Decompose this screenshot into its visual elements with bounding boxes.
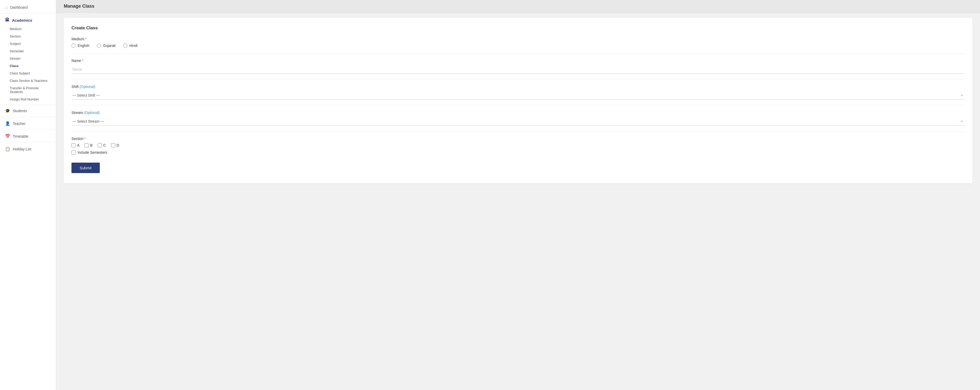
sidebar-item-semester[interactable]: Semester bbox=[0, 48, 56, 55]
checkbox-section-b[interactable] bbox=[84, 143, 89, 147]
name-required: * bbox=[81, 59, 83, 63]
sidebar-item-stream[interactable]: Stream bbox=[0, 55, 56, 62]
checkbox-section-a[interactable] bbox=[72, 143, 76, 147]
divider2 bbox=[0, 104, 56, 105]
sidebar-item-class-section-teachers[interactable]: Class Section & Teachers bbox=[0, 77, 56, 84]
sidebar-item-transfer-promote[interactable]: Transfer & Promote Students bbox=[0, 84, 56, 95]
radio-english[interactable] bbox=[72, 44, 76, 48]
home-icon: ⌂ bbox=[5, 5, 8, 10]
checkbox-item-d[interactable]: D bbox=[111, 143, 119, 147]
separator3 bbox=[72, 105, 965, 106]
stream-select-wrapper: --- Select Stream --- ▾ bbox=[72, 117, 965, 126]
separator4 bbox=[72, 131, 965, 132]
include-semesters-row: Include Semesters bbox=[72, 151, 965, 154]
section-b-label[interactable]: B bbox=[90, 143, 92, 147]
section-a-label[interactable]: A bbox=[77, 143, 80, 147]
separator1 bbox=[72, 53, 965, 54]
include-semesters-label[interactable]: Include Semesters bbox=[78, 151, 107, 154]
name-input[interactable] bbox=[72, 65, 965, 74]
content-area: Create Class Medium * English Gujarati bbox=[56, 13, 980, 189]
page-title: Manage Class bbox=[64, 3, 94, 9]
submit-button[interactable]: Submit bbox=[72, 163, 100, 173]
section-required: * bbox=[83, 136, 86, 141]
sidebar-item-assign-roll[interactable]: Assign Roll Number bbox=[0, 95, 56, 103]
sidebar-item-class[interactable]: Class bbox=[0, 62, 56, 70]
stream-label: Stream (Optional) bbox=[72, 111, 965, 115]
sidebar-item-subject[interactable]: Subject bbox=[0, 40, 56, 48]
sidebar-item-medium[interactable]: Medium bbox=[0, 25, 56, 33]
radio-item-english[interactable]: English bbox=[72, 44, 89, 48]
sidebar: ⌂ Dashboard 🏛 Academics Medium Section S… bbox=[0, 0, 56, 390]
teacher-icon: 👤 bbox=[5, 121, 10, 126]
sidebar-item-holiday[interactable]: 📋 Holiday List bbox=[0, 144, 56, 154]
shift-optional: (Optional) bbox=[80, 85, 95, 89]
checkbox-item-a[interactable]: A bbox=[72, 143, 80, 147]
shift-select[interactable]: --- Select Shift --- bbox=[72, 91, 965, 100]
sidebar-item-timetable[interactable]: 📅 Timetable bbox=[0, 131, 56, 141]
section-checkbox-group: A B C D bbox=[72, 143, 965, 147]
name-group: Name * bbox=[72, 59, 965, 74]
divider5 bbox=[0, 143, 56, 143]
divider4 bbox=[0, 130, 56, 130]
checkbox-section-d[interactable] bbox=[111, 143, 115, 147]
stream-group: Stream (Optional) --- Select Stream --- … bbox=[72, 111, 965, 126]
page-header: Manage Class bbox=[56, 0, 980, 13]
shift-label: Shift (Optional) bbox=[72, 85, 965, 89]
section-group: Section * A B C bbox=[72, 136, 965, 154]
main-content: Manage Class Create Class Medium * Engli… bbox=[56, 0, 980, 390]
radio-gujarati[interactable] bbox=[97, 44, 101, 48]
shift-group: Shift (Optional) --- Select Shift --- ▾ bbox=[72, 85, 965, 100]
shift-select-wrapper: --- Select Shift --- ▾ bbox=[72, 91, 965, 100]
radio-english-label[interactable]: English bbox=[78, 44, 89, 48]
medium-group: Medium * English Gujarati Hindi bbox=[72, 37, 965, 48]
radio-hindi[interactable] bbox=[123, 44, 127, 48]
sidebar-section-academics[interactable]: 🏛 Academics bbox=[0, 15, 56, 25]
students-icon: 🎓 bbox=[5, 108, 10, 113]
checkbox-item-c[interactable]: C bbox=[98, 143, 106, 147]
timetable-icon: 📅 bbox=[5, 134, 10, 139]
create-class-card: Create Class Medium * English Gujarati bbox=[64, 18, 972, 183]
sidebar-item-class-subject[interactable]: Class Subject bbox=[0, 70, 56, 77]
sidebar-item-dashboard[interactable]: ⌂ Dashboard bbox=[0, 3, 56, 12]
name-label: Name * bbox=[72, 59, 965, 63]
medium-label: Medium * bbox=[72, 37, 965, 41]
sidebar-item-students[interactable]: 🎓 Students bbox=[0, 106, 56, 116]
radio-hindi-label[interactable]: Hindi bbox=[129, 44, 138, 48]
medium-radio-group: English Gujarati Hindi bbox=[72, 44, 965, 48]
checkbox-section-c[interactable] bbox=[98, 143, 102, 147]
sidebar-item-section[interactable]: Section bbox=[0, 33, 56, 40]
sidebar-item-teacher[interactable]: 👤 Teacher bbox=[0, 119, 56, 128]
radio-item-gujarati[interactable]: Gujarati bbox=[97, 44, 116, 48]
stream-select[interactable]: --- Select Stream --- bbox=[72, 117, 965, 125]
medium-required: * bbox=[84, 37, 86, 41]
stream-optional: (Optional) bbox=[84, 111, 100, 115]
section-label: Section * bbox=[72, 136, 965, 141]
section-d-label[interactable]: D bbox=[117, 143, 119, 147]
holiday-icon: 📋 bbox=[5, 147, 10, 151]
radio-item-hindi[interactable]: Hindi bbox=[123, 44, 138, 48]
checkbox-item-b[interactable]: B bbox=[84, 143, 92, 147]
include-semesters-checkbox[interactable] bbox=[72, 151, 76, 154]
radio-gujarati-label[interactable]: Gujarati bbox=[103, 44, 116, 48]
section-c-label[interactable]: C bbox=[103, 143, 106, 147]
academics-icon: 🏛 bbox=[5, 17, 10, 23]
card-title: Create Class bbox=[72, 25, 965, 30]
